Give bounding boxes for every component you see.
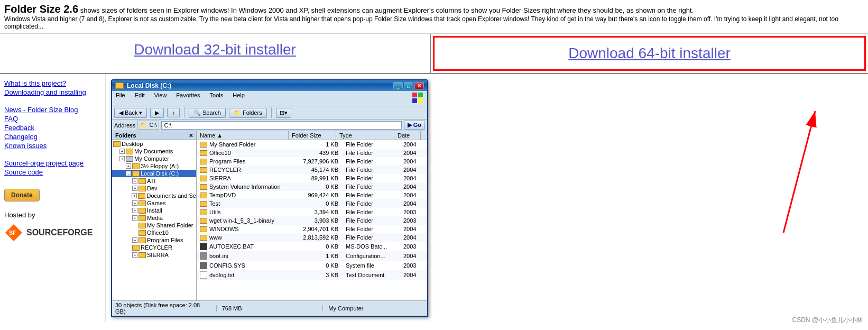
file-row-www[interactable]: www 2,813,592 KB File Folder 2004 bbox=[197, 233, 427, 242]
sidebar-item-downloading[interactable]: Downloading and installing bbox=[4, 88, 101, 96]
sidebar-item-faq[interactable]: FAQ bbox=[4, 115, 101, 123]
tree-item-recycler[interactable]: RECYCLER bbox=[112, 244, 196, 251]
sidebar-item-known-issues[interactable]: Known issues bbox=[4, 142, 101, 150]
file-type-dvdlog: Text Document bbox=[343, 272, 401, 278]
tree-item-programfiles[interactable]: + Program Files bbox=[112, 236, 196, 244]
bootini-file-icon bbox=[200, 252, 207, 260]
file-row-windows[interactable]: WINDOWS 2,904,701 KB File Folder 2004 bbox=[197, 225, 427, 233]
xp-maximize-button[interactable]: □ bbox=[404, 82, 413, 89]
file-row-sysvolume[interactable]: System Volume Information 0 KB File Fold… bbox=[197, 182, 427, 191]
sidebar-item-what-is[interactable]: What is this project? bbox=[4, 79, 101, 87]
tree-item-ati[interactable]: + ATI bbox=[112, 177, 196, 185]
tree-item-mycomputer[interactable]: + My Computer bbox=[112, 155, 196, 162]
tree-item-myshared[interactable]: My Shared Folder bbox=[112, 222, 196, 229]
file-row-utils[interactable]: Utils 3,394 KB File Folder 2003 bbox=[197, 208, 427, 216]
file-date-tempdvd: 2004 bbox=[401, 192, 427, 198]
sidebar-item-changelog[interactable]: Changelog bbox=[4, 133, 101, 141]
forward-button[interactable]: ▶ bbox=[150, 108, 164, 118]
menu-tools[interactable]: Tools bbox=[208, 91, 225, 105]
file-name-recycler: RECYCLER bbox=[197, 166, 300, 173]
file-size-recycler: 45,174 KB bbox=[300, 167, 343, 173]
expand-localdisk-icon[interactable]: - bbox=[126, 171, 131, 176]
menu-help[interactable]: Help bbox=[231, 91, 246, 105]
go-button[interactable]: ▶ Go bbox=[404, 121, 425, 130]
tree-item-office10[interactable]: Office10 bbox=[112, 229, 196, 236]
file-row-configsys[interactable]: CONFIG.SYS 0 KB System file 2003 bbox=[197, 261, 427, 270]
expand-dev-icon[interactable]: + bbox=[132, 186, 137, 191]
col-name-header[interactable]: Name ▲ bbox=[197, 131, 289, 140]
xp-addressbar: Address 📁 C:\ ▶ Go bbox=[112, 120, 427, 131]
file-type-programfiles: File Folder bbox=[343, 158, 401, 164]
tree-item-desktop[interactable]: Desktop bbox=[112, 140, 196, 148]
xp-minimize-button[interactable]: _ bbox=[393, 82, 403, 89]
expand-install-icon[interactable]: + bbox=[132, 208, 137, 213]
sidebar-item-source-code[interactable]: Source code bbox=[4, 168, 101, 176]
expand-sierra-icon[interactable]: + bbox=[132, 252, 137, 258]
col-type-header[interactable]: Type bbox=[336, 131, 394, 140]
donate-button[interactable]: Donate bbox=[4, 189, 40, 201]
menu-favorites[interactable]: Favorites bbox=[174, 91, 201, 105]
sierra-file-folder-icon bbox=[200, 176, 207, 181]
col-date-header[interactable]: Date bbox=[394, 131, 421, 140]
file-type-utils: File Folder bbox=[343, 209, 401, 215]
tree-item-install[interactable]: + Install bbox=[112, 207, 196, 214]
download-32bit-link[interactable]: Download 32-bit installer bbox=[134, 41, 296, 58]
tree-item-dev[interactable]: + Dev bbox=[112, 185, 196, 192]
tree-item-games[interactable]: + Games bbox=[112, 199, 196, 207]
file-row-test[interactable]: Test 0 KB File Folder 2004 bbox=[197, 199, 427, 208]
folders-button[interactable]: 📁 Folders bbox=[229, 108, 267, 118]
download-left[interactable]: Download 32-bit installer bbox=[0, 34, 431, 73]
tree-item-floppy[interactable]: + 3½ Floppy (A:) bbox=[112, 162, 196, 170]
file-row-wget[interactable]: wget win-1_5_3_1-binary 3,903 KB File Fo… bbox=[197, 216, 427, 225]
menu-file[interactable]: File bbox=[114, 91, 127, 105]
expand-programfiles-icon[interactable]: + bbox=[132, 237, 137, 243]
download-right[interactable]: Download 64-bit installer bbox=[433, 36, 866, 71]
up-button[interactable]: ↑ bbox=[167, 108, 180, 117]
file-size-myshared: 1 KB bbox=[300, 141, 343, 148]
file-type-office10: File Folder bbox=[343, 150, 401, 156]
expand-mycomputer-icon[interactable]: + bbox=[119, 156, 125, 161]
back-button[interactable]: ◀ Back ▾ bbox=[114, 108, 147, 118]
tree-item-media[interactable]: + Media bbox=[112, 214, 196, 222]
recycler-file-folder-icon bbox=[200, 167, 207, 173]
file-row-autoexec[interactable]: AUTOEXEC.BAT 0 KB MS-DOS Batc... 2003 bbox=[197, 242, 427, 251]
windows-logo-area bbox=[410, 91, 425, 105]
sidebar-item-feedback[interactable]: Feedback bbox=[4, 124, 101, 132]
expand-ati-icon[interactable]: + bbox=[132, 178, 137, 184]
sidebar-item-sourceforge[interactable]: SourceForge project page bbox=[4, 159, 101, 167]
file-row-tempdvd[interactable]: TempDVD 969,424 KB File Folder 2004 bbox=[197, 191, 427, 199]
statusbar-size: 768 MB bbox=[222, 305, 318, 311]
folders-pane-close-button[interactable]: ✕ bbox=[189, 133, 193, 139]
file-name-programfiles: Program Files bbox=[197, 158, 300, 165]
tree-item-documents[interactable]: + Documents and Se bbox=[112, 192, 196, 199]
file-row-recycler[interactable]: RECYCLER 45,174 KB File Folder 2004 bbox=[197, 166, 427, 174]
address-label: Address bbox=[114, 122, 135, 129]
file-row-myshared[interactable]: My Shared Folder 1 KB File Folder 2004 bbox=[197, 140, 427, 149]
expand-documents-icon[interactable]: + bbox=[132, 193, 137, 198]
tree-item-sierra[interactable]: + SIERRA bbox=[112, 251, 196, 259]
menu-edit[interactable]: Edit bbox=[133, 91, 146, 105]
expand-mydocs-icon[interactable]: + bbox=[119, 149, 125, 154]
www-file-folder-icon bbox=[200, 235, 207, 241]
search-button[interactable]: 🔍 Search bbox=[189, 108, 226, 118]
expand-floppy-icon[interactable]: + bbox=[126, 163, 131, 169]
menu-view[interactable]: View bbox=[153, 91, 169, 105]
file-size-sierra: 89,991 KB bbox=[300, 175, 343, 181]
sidebar-item-news[interactable]: News - Folder Size Blog bbox=[4, 106, 101, 114]
tree-item-mydocs[interactable]: + My Documents bbox=[112, 148, 196, 155]
file-row-bootini[interactable]: boot.ini 1 KB Configuration... 2004 bbox=[197, 251, 427, 261]
file-row-sierra[interactable]: SIERRA 89,991 KB File Folder 2004 bbox=[197, 174, 427, 182]
expand-games-icon[interactable]: + bbox=[132, 200, 137, 206]
download-64bit-link[interactable]: Download 64-bit installer bbox=[568, 45, 731, 61]
col-foldersize-header[interactable]: Folder Size bbox=[289, 131, 336, 140]
file-row-dvdlog[interactable]: dvdlog.txt 3 KB Text Document 2004 bbox=[197, 270, 427, 280]
file-row-office10[interactable]: Office10 439 KB File Folder 2004 bbox=[197, 149, 427, 157]
file-type-wget: File Folder bbox=[343, 217, 401, 224]
views-button[interactable]: ⊞▾ bbox=[276, 108, 291, 118]
expand-media-icon[interactable]: + bbox=[132, 215, 137, 221]
address-input[interactable] bbox=[161, 121, 401, 130]
file-name-sierra: SIERRA bbox=[197, 175, 300, 182]
tree-item-localdisk[interactable]: - Local Disk (C:) bbox=[112, 170, 196, 177]
xp-close-button[interactable]: ✕ bbox=[414, 82, 424, 89]
file-row-programfiles[interactable]: Program Files 7,927,906 KB File Folder 2… bbox=[197, 157, 427, 166]
